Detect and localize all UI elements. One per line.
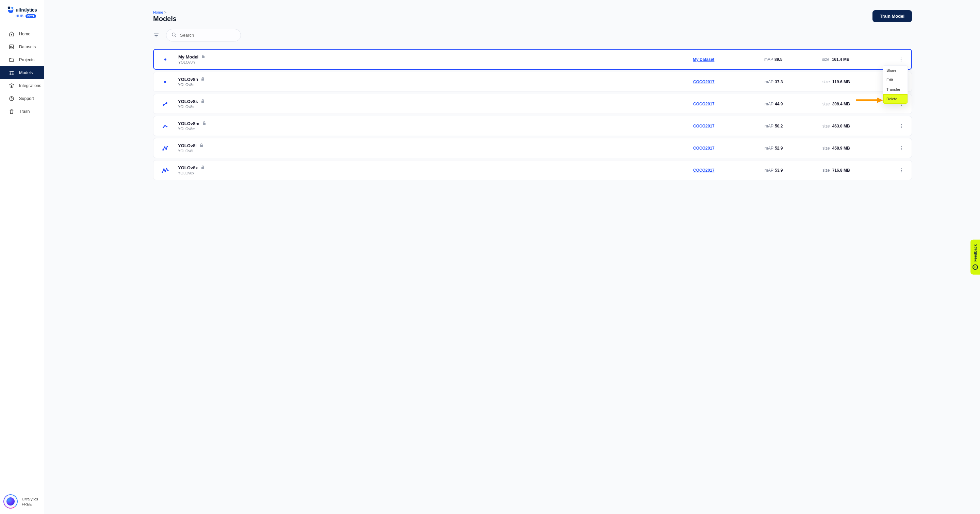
row-menu-button[interactable] xyxy=(894,57,904,62)
support-icon xyxy=(9,96,14,101)
dataset-link[interactable]: COCO2017 xyxy=(693,79,714,84)
breadcrumb: Home > xyxy=(153,10,177,14)
sidebar-item-label: Trash xyxy=(19,109,30,114)
feedback-tab[interactable]: Feedback ☺ xyxy=(970,240,980,274)
lock-icon xyxy=(201,99,205,104)
metric-map: mAP53.9 xyxy=(765,168,819,173)
sidebar-item-label: Datasets xyxy=(19,44,36,49)
svg-point-1 xyxy=(11,7,13,9)
model-arch: YOLOv8m xyxy=(178,127,690,131)
svg-point-43 xyxy=(901,168,902,169)
logo-area: ultralytics HUB BETA xyxy=(0,0,44,21)
metric-map: mAP52.9 xyxy=(765,146,819,151)
sidebar: ultralytics HUB BETA Home Datasets xyxy=(0,0,44,514)
menu-edit[interactable]: Edit xyxy=(883,75,907,85)
svg-point-3 xyxy=(11,46,11,47)
table-row[interactable]: YOLOv8nYOLOv8nCOCO2017mAP37.3size 119.6 … xyxy=(153,72,912,92)
model-name: My Model xyxy=(178,54,198,59)
sidebar-item-models[interactable]: Models xyxy=(0,66,44,79)
row-menu-button[interactable] xyxy=(894,146,904,151)
feedback-label: Feedback xyxy=(973,244,977,262)
table-row[interactable]: My ModelYOLOv8nMy DatasetmAP89.5size 161… xyxy=(153,49,912,70)
lock-icon xyxy=(202,121,206,126)
models-icon xyxy=(9,70,14,76)
svg-point-30 xyxy=(901,127,902,128)
dataset-link[interactable]: COCO2017 xyxy=(693,146,714,151)
sidebar-item-label: Models xyxy=(19,70,33,75)
sidebar-footer[interactable]: Ultralytics FREE xyxy=(0,490,44,514)
model-type-icon xyxy=(161,56,169,63)
dataset-link[interactable]: COCO2017 xyxy=(693,102,714,106)
svg-point-15 xyxy=(164,81,166,83)
sidebar-item-integrations[interactable]: Integrations xyxy=(0,79,44,92)
nav: Home Datasets Projects Models xyxy=(0,27,44,490)
menu-transfer[interactable]: Transfer xyxy=(883,85,907,94)
svg-line-21 xyxy=(164,103,166,105)
svg-point-4 xyxy=(10,71,11,72)
metric-size: size 458.9 MB xyxy=(822,146,891,151)
dataset-link[interactable]: COCO2017 xyxy=(693,168,714,173)
menu-delete[interactable]: Delete xyxy=(883,94,907,104)
sidebar-item-label: Integrations xyxy=(19,83,41,88)
model-name: YOLOv8x xyxy=(178,165,198,170)
svg-point-11 xyxy=(164,59,166,60)
models-list: My ModelYOLOv8nMy DatasetmAP89.5size 161… xyxy=(153,49,912,180)
svg-point-29 xyxy=(901,125,902,126)
dataset-link[interactable]: COCO2017 xyxy=(693,124,714,128)
table-row[interactable]: YOLOv8mYOLOv8mCOCO2017mAP50.2size 463.0 … xyxy=(153,116,912,136)
breadcrumb-sep: > xyxy=(164,10,166,14)
svg-point-12 xyxy=(901,57,901,58)
model-arch: YOLOv8n xyxy=(178,82,690,87)
model-arch: YOLOv8l xyxy=(178,149,690,153)
svg-point-13 xyxy=(901,59,901,59)
train-model-button[interactable]: Train Model xyxy=(872,10,912,22)
search-box[interactable] xyxy=(166,29,241,41)
table-row[interactable]: YOLOv8xYOLOv8xCOCO2017mAP53.9size 716.8 … xyxy=(153,160,912,180)
avatar xyxy=(3,494,18,509)
search-icon xyxy=(171,32,177,38)
sidebar-item-label: Support xyxy=(19,96,34,101)
metric-map: mAP44.9 xyxy=(765,102,819,106)
row-menu-button[interactable] xyxy=(894,168,904,173)
sidebar-item-label: Projects xyxy=(19,57,34,62)
user-plan: FREE xyxy=(22,502,38,506)
brand-name: ultralytics xyxy=(16,7,37,13)
lock-icon xyxy=(201,77,205,82)
svg-point-0 xyxy=(8,6,11,9)
row-menu-button[interactable] xyxy=(894,124,904,129)
sidebar-item-trash[interactable]: Trash xyxy=(0,105,44,118)
brand-sub: HUB xyxy=(16,14,24,18)
sidebar-item-home[interactable]: Home xyxy=(0,27,44,40)
model-type-icon xyxy=(161,100,169,108)
svg-point-36 xyxy=(901,148,902,148)
model-arch: YOLOv8x xyxy=(178,171,690,175)
search-input[interactable] xyxy=(180,33,237,38)
table-row[interactable]: YOLOv8sYOLOv8sCOCO2017mAP44.9size 308.4 … xyxy=(153,94,912,114)
menu-share[interactable]: Share xyxy=(883,66,907,75)
model-name: YOLOv8m xyxy=(178,121,199,126)
svg-point-10 xyxy=(172,33,175,36)
beta-badge: BETA xyxy=(25,14,36,18)
dataset-link[interactable]: My Dataset xyxy=(693,57,714,62)
sidebar-item-projects[interactable]: Projects xyxy=(0,53,44,66)
svg-point-28 xyxy=(901,124,902,125)
svg-point-7 xyxy=(13,74,14,75)
folder-icon xyxy=(9,57,14,63)
svg-point-35 xyxy=(901,146,902,147)
table-row[interactable]: YOLOv8lYOLOv8lCOCO2017mAP52.9size 458.9 … xyxy=(153,138,912,158)
row-context-menu: Share Edit Transfer Delete xyxy=(883,65,908,104)
integrations-icon xyxy=(9,83,14,88)
svg-point-5 xyxy=(13,71,14,72)
model-name: YOLOv8n xyxy=(178,77,198,82)
model-arch: YOLOv8s xyxy=(178,105,690,109)
filter-icon[interactable] xyxy=(153,32,159,38)
sidebar-item-datasets[interactable]: Datasets xyxy=(0,40,44,53)
breadcrumb-home[interactable]: Home xyxy=(153,10,163,14)
svg-point-45 xyxy=(901,171,902,172)
model-arch: YOLOv8n xyxy=(178,60,689,64)
metric-map: mAP50.2 xyxy=(765,124,819,128)
user-name: Ultralytics xyxy=(22,497,38,502)
sidebar-item-support[interactable]: Support xyxy=(0,92,44,105)
page-title: Models xyxy=(153,15,177,23)
lock-icon xyxy=(201,54,205,59)
